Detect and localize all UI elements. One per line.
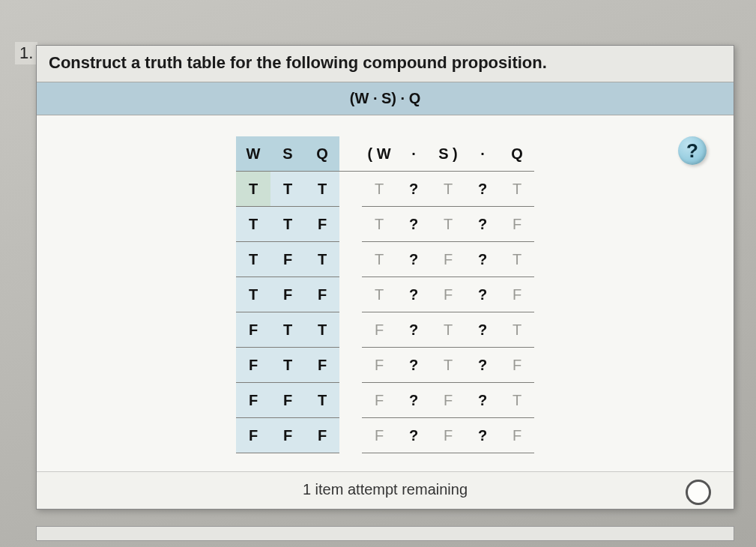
input-cell: T (305, 172, 339, 207)
table-row: FTFF?T?F (236, 348, 534, 383)
given-cell: T (500, 312, 534, 348)
col-header-dot1: · (396, 136, 431, 172)
table-row: TTFT?T?F (236, 207, 534, 242)
answer-cell[interactable]: ? (465, 383, 500, 418)
given-cell: F (362, 418, 396, 453)
col-header-q2: Q (500, 136, 534, 172)
answer-cell[interactable]: ? (465, 242, 500, 277)
given-cell: F (500, 207, 534, 242)
table-row: TFFT?F?F (236, 277, 534, 312)
given-cell: T (431, 348, 465, 383)
question-number: 1. (15, 42, 37, 64)
answer-cell[interactable]: ? (396, 172, 431, 207)
input-cell: F (270, 277, 305, 312)
col-header-q: Q (305, 136, 339, 172)
col-header-paren-w: ( W (362, 136, 396, 172)
answer-cell[interactable]: ? (465, 207, 500, 242)
input-cell: F (236, 383, 270, 418)
answer-cell[interactable]: ? (465, 172, 500, 207)
given-cell: F (431, 277, 465, 312)
given-cell: F (362, 312, 396, 348)
input-cell: T (236, 277, 270, 312)
table-row: FTTF?T?T (236, 312, 534, 348)
input-cell: T (270, 207, 305, 242)
col-header-dot2: · (465, 136, 500, 172)
input-cell: T (236, 207, 270, 242)
answer-cell[interactable]: ? (396, 277, 431, 312)
col-header-s-paren: S ) (431, 136, 465, 172)
question-card: Construct a truth table for the followin… (36, 45, 734, 510)
given-cell: T (431, 207, 465, 242)
attempts-text: 1 item attempt remaining (303, 481, 468, 498)
answer-cell[interactable]: ? (465, 312, 500, 348)
answer-cell[interactable]: ? (396, 348, 431, 383)
input-cell: F (236, 312, 270, 348)
input-cell: T (270, 312, 305, 348)
input-cell: T (305, 383, 339, 418)
answer-cell[interactable]: ? (396, 207, 431, 242)
answer-cell[interactable]: ? (396, 242, 431, 277)
help-icon[interactable]: ? (678, 136, 707, 165)
expression-bar: (W · S) · Q (37, 82, 734, 115)
given-cell: T (362, 277, 396, 312)
truth-table: W S Q ( W · S ) · Q TTTT?T?TTTFT?T?FTFTT… (236, 136, 534, 453)
col-header-s: S (270, 136, 305, 172)
table-header-row: W S Q ( W · S ) · Q (236, 136, 534, 172)
given-cell: F (362, 383, 396, 418)
input-cell: F (236, 418, 270, 453)
input-cell: T (236, 172, 270, 207)
table-row: FFTF?F?T (236, 383, 534, 418)
given-cell: F (431, 242, 465, 277)
given-cell: F (431, 383, 465, 418)
answer-cell[interactable]: ? (465, 418, 500, 453)
answer-cell[interactable]: ? (396, 383, 431, 418)
given-cell: T (500, 242, 534, 277)
given-cell: T (362, 207, 396, 242)
answer-cell[interactable]: ? (396, 418, 431, 453)
question-body: ? W S Q ( W · S ) · Q TTTT?T?TTTFT?T?FTF… (37, 115, 734, 509)
given-cell: T (500, 172, 534, 207)
given-cell: F (500, 418, 534, 453)
input-cell: F (305, 207, 339, 242)
attempts-footer: 1 item attempt remaining (37, 471, 734, 509)
input-cell: T (305, 312, 339, 348)
given-cell: T (500, 383, 534, 418)
given-cell: T (431, 312, 465, 348)
input-cell: T (270, 348, 305, 383)
table-row: TFTT?F?T (236, 242, 534, 277)
input-cell: F (305, 348, 339, 383)
given-cell: T (431, 172, 465, 207)
input-cell: T (236, 242, 270, 277)
given-cell: F (431, 418, 465, 453)
answer-cell[interactable]: ? (465, 277, 500, 312)
given-cell: F (500, 277, 534, 312)
col-header-w: W (236, 136, 270, 172)
status-indicator-icon (686, 480, 711, 505)
answer-cell[interactable]: ? (396, 312, 431, 348)
input-cell: T (305, 242, 339, 277)
given-cell: T (362, 242, 396, 277)
input-cell: F (270, 242, 305, 277)
table-row: TTTT?T?T (236, 172, 534, 207)
input-cell: F (305, 418, 339, 453)
input-cell: F (236, 348, 270, 383)
input-cell: F (270, 383, 305, 418)
table-row: FFFF?F?F (236, 418, 534, 453)
next-card-peek (36, 526, 734, 541)
input-cell: T (270, 172, 305, 207)
question-prompt: Construct a truth table for the followin… (37, 46, 734, 82)
given-cell: T (362, 172, 396, 207)
given-cell: F (362, 348, 396, 383)
input-cell: F (270, 418, 305, 453)
answer-cell[interactable]: ? (465, 348, 500, 383)
given-cell: F (500, 348, 534, 383)
input-cell: F (305, 277, 339, 312)
